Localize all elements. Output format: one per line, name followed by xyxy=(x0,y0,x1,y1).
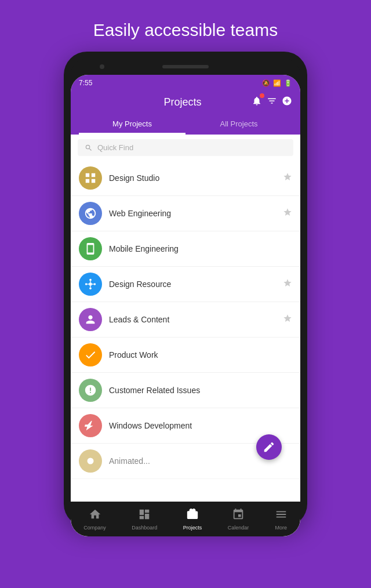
list-item[interactable]: Product Work xyxy=(71,337,300,373)
notification-button[interactable] xyxy=(252,96,262,109)
svg-point-2 xyxy=(89,288,92,290)
status-icons: 🔕 📶 🔋 xyxy=(262,79,292,87)
nav-more[interactable]: More xyxy=(269,506,293,533)
svg-point-3 xyxy=(85,283,88,285)
header-actions xyxy=(252,96,292,109)
project-tabs: My Projects All Projects xyxy=(79,115,292,135)
project-avatar xyxy=(79,237,102,260)
tab-my-projects[interactable]: My Projects xyxy=(79,115,186,135)
list-item[interactable]: Design Resource xyxy=(71,267,300,302)
project-name: Product Work xyxy=(109,350,292,360)
svg-point-0 xyxy=(89,282,92,286)
project-name: Mobile Engineering xyxy=(109,244,292,253)
header-row: Projects xyxy=(79,96,292,109)
phone-speaker xyxy=(162,65,209,68)
project-avatar xyxy=(79,202,102,225)
star-icon[interactable] xyxy=(283,208,292,219)
svg-point-4 xyxy=(94,283,96,285)
bottom-navigation: Company Dashboard Projects Calendar xyxy=(71,502,300,536)
project-name: Customer Related Issues xyxy=(109,386,292,395)
project-name: Windows Development xyxy=(109,421,292,430)
project-avatar xyxy=(79,343,102,366)
battery-icon: 🔋 xyxy=(284,79,292,87)
status-bar: 7:55 🔕 📶 🔋 xyxy=(71,75,300,91)
dashboard-icon xyxy=(138,508,151,524)
project-name: Design Resource xyxy=(109,280,276,289)
project-name: Leads & Content xyxy=(109,315,276,324)
svg-point-9 xyxy=(88,458,94,464)
mute-icon: 🔕 xyxy=(262,79,270,87)
list-item[interactable]: Leads & Content xyxy=(71,302,300,337)
fab-edit-button[interactable] xyxy=(256,434,282,460)
app-header: Projects xyxy=(71,91,300,135)
project-name: Design Studio xyxy=(109,173,276,183)
home-icon xyxy=(89,508,101,524)
status-time: 7:55 xyxy=(79,79,92,87)
projects-icon xyxy=(186,508,199,524)
tab-all-projects[interactable]: All Projects xyxy=(186,115,292,135)
hero-title: Easily accessible teams xyxy=(93,20,278,39)
nav-calendar-label: Calendar xyxy=(228,525,249,531)
nav-calendar[interactable]: Calendar xyxy=(222,506,255,533)
filter-button[interactable] xyxy=(267,96,277,109)
page-title: Projects xyxy=(114,96,252,108)
list-item[interactable]: Mobile Engineering xyxy=(71,231,300,267)
star-icon[interactable] xyxy=(283,314,292,325)
edit-icon xyxy=(263,441,275,453)
nav-company-label: Company xyxy=(83,525,106,531)
list-item[interactable]: Web Engineering xyxy=(71,196,300,231)
project-avatar xyxy=(79,414,102,437)
notification-badge xyxy=(260,93,264,98)
project-avatar xyxy=(79,379,102,402)
nav-more-label: More xyxy=(275,525,287,531)
list-item[interactable]: Design Studio xyxy=(71,161,300,196)
svg-point-1 xyxy=(89,279,92,281)
search-placeholder: Quick Find xyxy=(97,143,133,152)
wifi-icon: 📶 xyxy=(273,79,281,87)
star-icon[interactable] xyxy=(283,172,292,184)
nav-dashboard-label: Dashboard xyxy=(132,525,157,531)
list-item[interactable]: Customer Related Issues xyxy=(71,373,300,408)
nav-projects[interactable]: Projects xyxy=(177,506,208,533)
search-bar[interactable]: Quick Find xyxy=(78,139,293,156)
more-icon xyxy=(275,508,288,524)
calendar-icon xyxy=(232,508,245,524)
project-name: Web Engineering xyxy=(109,209,276,218)
search-icon xyxy=(85,144,93,152)
phone-frame: 7:55 🔕 📶 🔋 Projects xyxy=(64,52,307,527)
add-project-button[interactable] xyxy=(282,96,292,109)
star-icon[interactable] xyxy=(283,278,292,290)
nav-projects-label: Projects xyxy=(183,525,202,531)
project-avatar xyxy=(79,273,102,296)
phone-top-bar xyxy=(71,59,300,75)
project-avatar xyxy=(79,449,102,473)
phone-screen: 7:55 🔕 📶 🔋 Projects xyxy=(71,75,300,536)
phone-camera xyxy=(100,64,104,69)
hero-section: Easily accessible teams xyxy=(82,0,289,52)
project-avatar xyxy=(79,308,102,331)
nav-dashboard[interactable]: Dashboard xyxy=(126,506,163,533)
project-avatar xyxy=(79,166,102,190)
nav-company[interactable]: Company xyxy=(78,506,112,533)
